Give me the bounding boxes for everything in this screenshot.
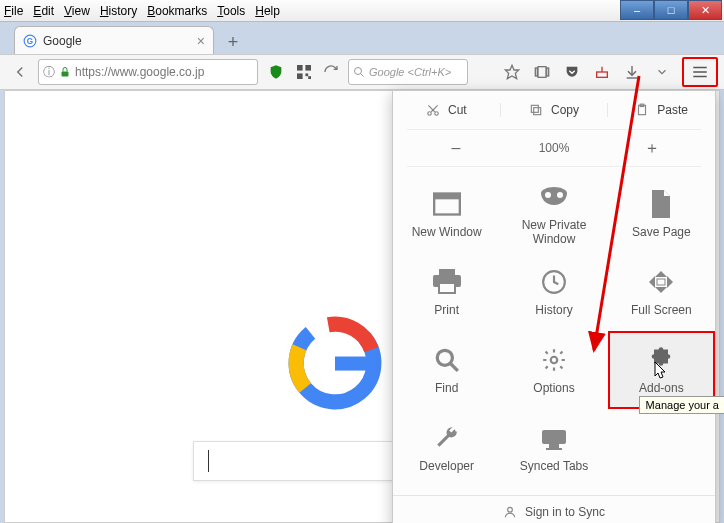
svg-rect-29	[534, 108, 541, 115]
history-item[interactable]: History	[500, 253, 607, 331]
history-label: History	[535, 303, 572, 317]
copy-button[interactable]: Copy	[500, 103, 608, 117]
ext-button-1[interactable]	[588, 58, 616, 86]
new-window-label: New Window	[412, 225, 482, 239]
paste-icon	[635, 103, 649, 117]
svg-point-35	[545, 192, 551, 198]
menu-file[interactable]: File	[4, 4, 23, 18]
ublock-shield-icon[interactable]	[262, 58, 290, 86]
cursor-icon	[654, 362, 668, 380]
svg-point-8	[355, 68, 362, 75]
svg-rect-12	[535, 68, 537, 76]
library-button[interactable]	[528, 58, 556, 86]
cloud-tabs-icon	[539, 423, 569, 453]
search-icon	[432, 345, 462, 375]
svg-text:G: G	[27, 36, 33, 45]
sign-in-to-sync[interactable]: Sign in to Sync	[393, 495, 715, 523]
zoom-percentage: 100%	[505, 130, 603, 166]
site-identity-icon[interactable]: ⓘ	[43, 64, 55, 81]
text-caret	[208, 450, 209, 472]
overflow-button[interactable]	[648, 58, 676, 86]
svg-rect-2	[62, 72, 69, 77]
reload-button[interactable]	[318, 58, 344, 86]
hamburger-menu-button[interactable]	[682, 57, 718, 87]
clock-icon	[539, 267, 569, 297]
svg-rect-39	[439, 283, 455, 293]
wrench-icon	[432, 423, 462, 453]
qr-icon[interactable]	[294, 58, 314, 86]
svg-rect-14	[597, 72, 608, 77]
url-bar[interactable]: ⓘ	[38, 59, 258, 85]
menu-bookmarks[interactable]: Bookmarks	[147, 4, 207, 18]
svg-rect-6	[305, 73, 308, 76]
window-controls: – □ ✕	[620, 0, 722, 20]
menu-edit[interactable]: Edit	[33, 4, 54, 18]
svg-rect-4	[305, 65, 311, 71]
app-menu-panel: Cut Copy Paste – 100% ＋ New Window New P…	[392, 90, 716, 523]
tab-close-icon[interactable]: ×	[197, 33, 205, 49]
signin-label: Sign in to Sync	[525, 505, 605, 519]
copy-label: Copy	[551, 103, 579, 117]
google-logo	[255, 309, 415, 417]
menu-view[interactable]: View	[64, 4, 90, 18]
svg-marker-43	[649, 276, 655, 288]
paste-label: Paste	[657, 103, 688, 117]
svg-rect-11	[538, 67, 546, 78]
print-item[interactable]: Print	[393, 253, 500, 331]
options-item[interactable]: Options	[500, 331, 607, 409]
zoom-out-button[interactable]: –	[407, 130, 505, 166]
new-window-item[interactable]: New Window	[393, 175, 500, 253]
svg-marker-44	[667, 276, 673, 288]
copy-icon	[529, 103, 543, 117]
svg-line-9	[361, 74, 364, 77]
url-input[interactable]	[75, 65, 253, 79]
search-bar[interactable]: Google <Ctrl+K>	[348, 59, 468, 85]
search-placeholder: Google <Ctrl+K>	[369, 66, 451, 78]
svg-marker-42	[655, 287, 667, 293]
menu-help[interactable]: Help	[255, 4, 280, 18]
new-private-window-item[interactable]: New Private Window	[500, 175, 607, 253]
zoom-in-button[interactable]: ＋	[603, 130, 701, 166]
svg-rect-51	[546, 448, 562, 450]
paste-button[interactable]: Paste	[607, 103, 715, 117]
fullscreen-label: Full Screen	[631, 303, 692, 317]
bookmark-star-button[interactable]	[498, 58, 526, 86]
svg-rect-37	[439, 269, 455, 275]
find-item[interactable]: Find	[393, 331, 500, 409]
window-maximize-button[interactable]: □	[654, 0, 688, 20]
tab-google[interactable]: G Google ×	[14, 26, 214, 54]
cut-button[interactable]: Cut	[393, 103, 500, 117]
developer-item[interactable]: Developer	[393, 409, 500, 487]
svg-rect-24	[335, 357, 376, 371]
addons-label: Add-ons	[639, 381, 684, 395]
svg-rect-3	[297, 65, 303, 71]
menu-history[interactable]: History	[100, 4, 137, 18]
synced-tabs-item[interactable]: Synced Tabs	[500, 409, 607, 487]
window-close-button[interactable]: ✕	[688, 0, 722, 20]
svg-rect-49	[542, 430, 566, 444]
svg-rect-45	[657, 279, 665, 285]
lock-icon	[59, 66, 71, 78]
save-page-label: Save Page	[632, 225, 691, 239]
print-label: Print	[434, 303, 459, 317]
svg-point-26	[435, 112, 439, 116]
cut-label: Cut	[448, 103, 467, 117]
save-page-item[interactable]: Save Page	[608, 175, 715, 253]
svg-point-48	[551, 357, 558, 364]
google-favicon-icon: G	[23, 34, 37, 48]
pocket-button[interactable]	[558, 58, 586, 86]
menu-tools[interactable]: Tools	[217, 4, 245, 18]
back-button[interactable]	[6, 58, 34, 86]
page-icon	[646, 189, 676, 219]
svg-point-46	[437, 350, 452, 365]
downloads-button[interactable]	[618, 58, 646, 86]
tab-title: Google	[43, 34, 82, 48]
search-icon	[353, 66, 365, 78]
new-private-label: New Private Window	[500, 218, 607, 246]
window-minimize-button[interactable]: –	[620, 0, 654, 20]
navigation-toolbar: ⓘ Google <Ctrl+K>	[0, 54, 724, 90]
mask-icon	[539, 182, 569, 212]
full-screen-item[interactable]: Full Screen	[608, 253, 715, 331]
new-tab-button[interactable]: +	[220, 30, 246, 54]
svg-rect-5	[297, 73, 303, 79]
